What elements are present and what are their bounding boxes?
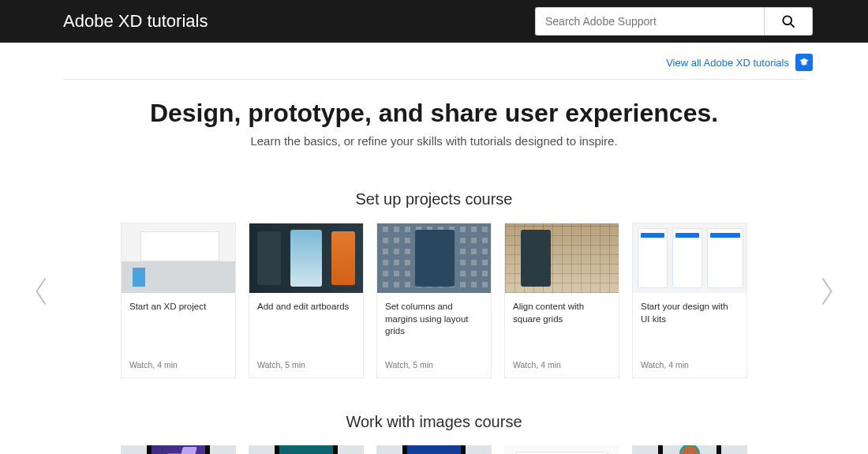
hero: Design, prototype, and share user experi… xyxy=(0,80,868,156)
card-title: Start your design with UI kits xyxy=(641,301,739,325)
search xyxy=(535,7,813,36)
chevron-left-icon xyxy=(32,276,50,307)
card-thumbnail xyxy=(377,223,491,293)
card-title: Add and edit artboards xyxy=(257,301,355,313)
card-thumbnail xyxy=(633,223,746,293)
svg-point-0 xyxy=(783,16,791,24)
tutorial-card[interactable] xyxy=(632,445,747,454)
card-meta: Watch, 4 min xyxy=(122,360,235,377)
tutorial-card[interactable]: Ready for your next lesson? xyxy=(376,445,492,454)
course-title: Work with images course xyxy=(0,413,868,431)
card-title: Align content with square grids xyxy=(513,301,611,325)
search-input[interactable] xyxy=(535,7,764,36)
card-thumbnail: Ready for your next lesson? xyxy=(376,445,492,454)
card-thumbnail xyxy=(122,223,235,293)
card-meta: Watch, 4 min xyxy=(505,360,619,377)
card-thumbnail xyxy=(249,223,363,293)
course-work-with-images: Work with images course Ready for your n… xyxy=(0,413,868,454)
search-button[interactable] xyxy=(764,7,813,36)
avatar-icon xyxy=(679,445,700,454)
svg-line-1 xyxy=(791,24,795,28)
tutorial-card[interactable]: Add and edit artboards Watch, 5 min xyxy=(249,223,364,378)
hero-heading: Design, prototype, and share user experi… xyxy=(0,99,868,128)
tutorial-card[interactable]: Set columns and margins using layout gri… xyxy=(376,223,492,378)
card-meta: Watch, 5 min xyxy=(249,360,363,377)
tutorial-card[interactable] xyxy=(121,445,236,454)
card-meta: Watch, 5 min xyxy=(377,360,491,377)
card-list: Start an XD project Watch, 4 min Add and… xyxy=(47,223,821,378)
chevron-right-icon xyxy=(818,276,836,307)
card-thumbnail xyxy=(632,445,747,454)
card-thumbnail xyxy=(121,445,236,454)
card-thumbnail xyxy=(249,445,364,454)
course-setup-projects: Set up projects course Start an XD proje… xyxy=(0,190,868,378)
graduation-icon[interactable] xyxy=(795,54,813,71)
tutorial-card[interactable] xyxy=(504,445,619,454)
tutorial-card[interactable]: Align content with square grids Watch, 4… xyxy=(504,223,619,378)
view-all-link[interactable]: View all Adobe XD tutorials xyxy=(666,57,789,69)
viewall-row: View all Adobe XD tutorials xyxy=(0,43,868,79)
card-title: Set columns and margins using layout gri… xyxy=(385,301,483,338)
card-list: Ready for your next lesson? xyxy=(47,445,821,454)
carousel: Start an XD project Watch, 4 min Add and… xyxy=(0,223,868,378)
card-thumbnail xyxy=(505,223,619,293)
tutorial-card[interactable] xyxy=(249,445,364,454)
hero-subheading: Learn the basics, or refine your skills … xyxy=(0,134,868,148)
carousel: Ready for your next lesson? xyxy=(0,445,868,454)
card-title: Start an XD project xyxy=(129,301,227,313)
course-title: Set up projects course xyxy=(0,190,868,208)
top-bar: Adobe XD tutorials xyxy=(0,0,868,43)
card-thumbnail xyxy=(504,445,619,454)
carousel-next-button[interactable] xyxy=(813,272,841,311)
carousel-prev-button[interactable] xyxy=(27,272,55,311)
search-icon xyxy=(780,13,796,29)
tutorial-card[interactable]: Start your design with UI kits Watch, 4 … xyxy=(632,223,747,378)
card-meta: Watch, 4 min xyxy=(633,360,746,377)
tutorial-card[interactable]: Start an XD project Watch, 4 min xyxy=(121,223,236,378)
page-title: Adobe XD tutorials xyxy=(63,11,208,32)
